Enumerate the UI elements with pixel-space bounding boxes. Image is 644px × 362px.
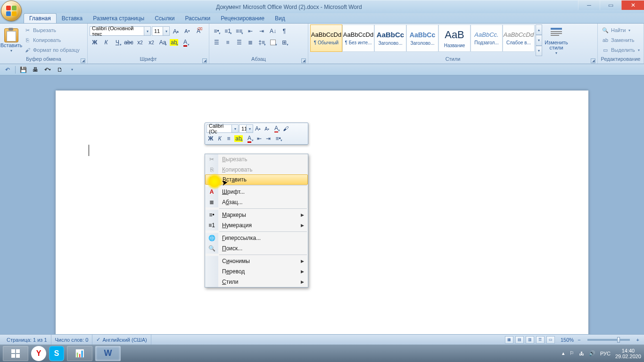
mini-format-painter[interactable]: 🖌: [281, 124, 290, 133]
gallery-more-button[interactable]: ▾: [536, 46, 542, 56]
mini-font-combo[interactable]: Calibri (Ос▾: [206, 124, 239, 133]
ctx-lookup[interactable]: 🔍Поиск...: [205, 243, 308, 254]
find-button[interactable]: 🔍Найти▾: [600, 25, 642, 35]
tab-insert[interactable]: Вставка: [57, 14, 88, 23]
maximize-button[interactable]: ▭: [600, 0, 621, 10]
tab-mailings[interactable]: Рассылки: [180, 14, 215, 23]
view-full-screen[interactable]: ▤: [515, 336, 524, 344]
paragraph-dialog-launcher[interactable]: ◢: [301, 58, 306, 63]
tab-view[interactable]: Вид: [270, 14, 290, 23]
ctx-synonyms[interactable]: Синонимы▶: [205, 256, 308, 266]
gallery-up-button[interactable]: ▴: [536, 25, 542, 35]
clear-formatting-button[interactable]: A⌫: [193, 26, 204, 36]
mini-size-combo[interactable]: 11▾: [239, 124, 253, 133]
font-dialog-launcher[interactable]: ◢: [202, 58, 207, 63]
zoom-in-button[interactable]: +: [635, 337, 641, 343]
ctx-translate[interactable]: Перевод▶: [205, 266, 308, 277]
numbering-button[interactable]: ≡1: [223, 26, 233, 36]
view-web-layout[interactable]: ▥: [526, 336, 534, 344]
close-button[interactable]: ✕: [621, 0, 644, 10]
qat-print-button[interactable]: 🖶: [31, 65, 40, 74]
minimize-button[interactable]: ─: [578, 0, 600, 10]
qat-save-button[interactable]: 💾: [18, 65, 28, 74]
font-name-combo[interactable]: Calibri (Основной текс▾: [90, 26, 151, 36]
status-language[interactable]: ✓Английский (США): [92, 335, 151, 345]
mini-font-color[interactable]: A: [244, 134, 255, 143]
clipboard-dialog-launcher[interactable]: ◢: [81, 58, 85, 63]
taskbar-app[interactable]: 📊: [67, 346, 92, 361]
tray-volume-icon[interactable]: 🔊: [589, 350, 595, 356]
format-painter-button[interactable]: 🖌Формат по образцу: [22, 45, 82, 55]
mini-bold[interactable]: Ж: [206, 134, 215, 143]
ctx-cut[interactable]: ✂Вырезать: [205, 154, 308, 165]
mini-bullets[interactable]: ≡•: [273, 134, 283, 143]
borders-button[interactable]: ⊞: [279, 38, 289, 47]
align-left-button[interactable]: ☰: [211, 38, 222, 47]
ctx-bullets[interactable]: ≡•Маркеры▶: [205, 210, 308, 220]
decrease-indent-button[interactable]: ⇤: [245, 26, 256, 36]
style-item[interactable]: AaBbCcDd¶ Обычный: [310, 25, 342, 52]
show-marks-button[interactable]: ¶: [279, 26, 289, 36]
mini-highlight[interactable]: ab: [233, 134, 244, 143]
ctx-paragraph[interactable]: ≣Абзац...: [205, 197, 308, 207]
mini-shrink-font[interactable]: A▾: [263, 124, 271, 133]
paste-button[interactable]: Вставить ▾: [2, 25, 21, 56]
subscript-button[interactable]: x2: [135, 38, 145, 47]
ctx-numbering[interactable]: ≡1Нумерация▶: [205, 220, 308, 230]
replace-button[interactable]: abЗаменить: [600, 35, 642, 45]
highlight-button[interactable]: ab: [169, 38, 179, 47]
tab-home[interactable]: Главная: [24, 13, 57, 23]
align-right-button[interactable]: ☰: [234, 38, 244, 47]
ctx-hyperlink[interactable]: 🌐Гиперссылка...: [205, 233, 308, 243]
font-color-button[interactable]: A: [180, 38, 190, 47]
bullets-button[interactable]: ≡•: [211, 26, 222, 36]
align-center-button[interactable]: ≡: [223, 38, 233, 47]
styles-dialog-launcher[interactable]: ◢: [591, 58, 595, 63]
styles-gallery[interactable]: AaBbCcDd¶ ОбычныйAaBbCcDd¶ Без инте...Aa…: [310, 25, 535, 56]
view-print-layout[interactable]: ▦: [505, 336, 513, 344]
tab-review[interactable]: Рецензирование: [215, 14, 270, 23]
mini-grow-font[interactable]: A▴: [254, 124, 262, 133]
increase-indent-button[interactable]: ⇥: [256, 26, 267, 36]
superscript-button[interactable]: x2: [146, 38, 157, 47]
sort-button[interactable]: A↓: [268, 26, 278, 36]
zoom-level[interactable]: 150%: [561, 337, 574, 343]
qat-undo-button[interactable]: ↶: [3, 65, 12, 74]
qat-undo2-button[interactable]: ↶▾: [43, 65, 52, 74]
shrink-font-button[interactable]: A▾: [182, 26, 192, 36]
cut-button[interactable]: ✂Вырезать: [22, 25, 82, 35]
tray-flag-icon[interactable]: ⚐: [570, 350, 574, 356]
mini-styles[interactable]: A: [272, 124, 281, 133]
ctx-copy[interactable]: ⎘Копировать: [205, 165, 308, 175]
bold-button[interactable]: Ж: [90, 38, 100, 47]
grow-font-button[interactable]: A▴: [171, 26, 181, 36]
style-item[interactable]: AaBНазвание: [438, 25, 471, 52]
taskbar-word[interactable]: W: [95, 346, 121, 361]
status-page[interactable]: Страница: 1 из 1: [3, 335, 51, 345]
tray-up-icon[interactable]: ▴: [562, 350, 565, 356]
style-item[interactable]: AaBbCcЗаголово...: [374, 25, 406, 52]
start-button[interactable]: [3, 346, 28, 361]
strikethrough-button[interactable]: abc: [124, 38, 134, 47]
change-styles-button[interactable]: Изменить стили ▾: [543, 25, 570, 56]
status-words[interactable]: Число слов: 0: [51, 335, 93, 345]
tab-references[interactable]: Ссылки: [149, 14, 180, 23]
multilevel-list-button[interactable]: ≡≡: [234, 26, 244, 36]
copy-button[interactable]: ⎘Копировать: [22, 35, 82, 45]
taskbar-skype[interactable]: S: [49, 346, 64, 361]
mini-inc-indent[interactable]: ⇥: [264, 134, 272, 143]
mini-center[interactable]: ≡: [224, 134, 233, 143]
tab-page-layout[interactable]: Разметка страницы: [88, 14, 149, 23]
document-page[interactable]: [56, 90, 588, 334]
line-spacing-button[interactable]: ‡≡: [256, 38, 267, 47]
change-case-button[interactable]: Aa: [157, 38, 168, 47]
ctx-styles[interactable]: Стили▶: [205, 277, 308, 287]
style-item[interactable]: AaBbCcDd¶ Без инте...: [342, 25, 374, 52]
font-size-combo[interactable]: 11▾: [152, 26, 170, 36]
shading-button[interactable]: [268, 38, 278, 47]
tray-language[interactable]: РУС: [600, 351, 611, 356]
qat-customize-button[interactable]: ▾: [67, 65, 77, 74]
view-draft[interactable]: ▭: [546, 336, 555, 344]
tray-network-icon[interactable]: 🖧: [579, 351, 584, 356]
select-button[interactable]: ▭Выделить▾: [600, 45, 642, 55]
